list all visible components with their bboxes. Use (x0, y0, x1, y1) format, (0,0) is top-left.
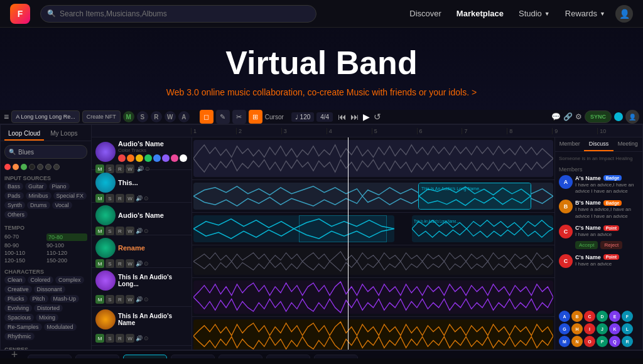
tag-evolving[interactable]: Evolving (4, 304, 32, 312)
track-M-button[interactable]: M (123, 111, 134, 122)
track-name-display[interactable]: A Long Long Long Re... (11, 110, 80, 123)
track1-S-btn[interactable]: S (105, 164, 114, 173)
track4-R-btn[interactable]: R (116, 259, 124, 268)
tempo-100-110[interactable]: 100-110 (4, 250, 45, 256)
track3-S-btn[interactable]: S (105, 227, 114, 235)
tag-complex[interactable]: Complex (55, 276, 84, 284)
track6-S-btn[interactable]: S (105, 334, 114, 343)
tag-gray1[interactable] (37, 164, 43, 170)
cd-pink[interactable] (171, 154, 178, 162)
sm-avatar-15[interactable]: O (584, 336, 595, 347)
rp-tab-meeting[interactable]: Meeting (613, 137, 642, 151)
track2-pan-icon[interactable]: ⊙ (144, 195, 149, 201)
settings-icon[interactable]: ⚙ (575, 112, 582, 121)
tag-dissonant[interactable]: Dissonant (34, 286, 65, 293)
cd-red[interactable] (118, 154, 126, 162)
nav-marketplace[interactable]: Marketplace (457, 9, 504, 18)
sm-avatar-11[interactable]: K (609, 323, 620, 335)
sm-avatar-10[interactable]: J (597, 323, 608, 335)
link-icon[interactable]: 🔗 (563, 112, 573, 121)
clip-tool-button[interactable]: ⊞ (249, 110, 262, 124)
track5-W-btn[interactable]: W (126, 295, 134, 304)
waveform-clip-5[interactable] (193, 281, 553, 314)
logo-icon[interactable]: F (10, 4, 30, 24)
nav-discover[interactable]: Discover (409, 9, 441, 18)
track5-vol-icon[interactable]: 🔊 (136, 296, 143, 302)
waveform-clip-2b[interactable]: This Is An Audio's Long Name... (418, 183, 531, 210)
tag-others[interactable]: Others (4, 211, 28, 218)
tag-distorted[interactable]: Distorted (34, 304, 63, 312)
tag-plucks[interactable]: Plucks (4, 295, 28, 302)
sync-button[interactable]: SYNC (585, 110, 612, 123)
sm-avatar-5[interactable]: E (609, 311, 620, 322)
search-input[interactable] (60, 9, 310, 18)
sm-avatar-13[interactable]: M (559, 336, 570, 347)
track-R-button[interactable]: R (151, 111, 162, 122)
tag-synth[interactable]: Synth (4, 201, 25, 209)
daw-user-avatar[interactable]: 👤 (625, 110, 639, 124)
tempo-70-80[interactable]: 70-80 (46, 233, 87, 241)
select-tool-button[interactable]: ◻ (200, 110, 213, 124)
tag-orange[interactable] (13, 164, 19, 170)
track5-M-btn[interactable]: M (95, 295, 104, 304)
tag-spacious[interactable]: Spacious (4, 314, 34, 321)
track6-R-btn[interactable]: R (116, 334, 124, 343)
nav-rewards[interactable]: Rewards ▼ (565, 9, 605, 18)
tag-bass[interactable]: Bass (4, 183, 23, 190)
nav-studio[interactable]: Studio ▼ (519, 9, 550, 18)
waveform-clip-6[interactable] (193, 319, 553, 350)
loop-button[interactable]: ↺ (374, 112, 381, 122)
cd-blue[interactable] (153, 154, 161, 162)
track5-S-btn[interactable]: S (105, 295, 114, 304)
tempo-120-150[interactable]: 120-150 (4, 257, 45, 264)
waveform-clip-1[interactable]: // Inline waveform drawing via polyline (193, 140, 553, 177)
tag-vocal[interactable]: Vocal (52, 201, 72, 209)
track3-W-btn[interactable]: W (126, 227, 134, 235)
menu-icon[interactable]: ≡ (4, 112, 9, 122)
rewind-button[interactable]: ⏮ (338, 112, 347, 122)
rp-tab-discuss[interactable]: Discuss (584, 137, 613, 151)
tempo-80-90[interactable]: 80-90 (4, 242, 45, 249)
track4-M-btn[interactable]: M (95, 259, 104, 268)
tempo-60-70[interactable]: 60-70 (4, 233, 45, 241)
sm-avatar-12[interactable]: L (622, 323, 633, 335)
sm-avatar-3[interactable]: C (584, 311, 595, 322)
track2-M-btn[interactable]: M (95, 194, 104, 203)
track2-vol-icon[interactable]: 🔊 (136, 195, 143, 201)
accept-button[interactable]: Accept (575, 241, 598, 249)
tag-mashup[interactable]: Mash-Up (50, 295, 80, 302)
track6-pan-icon[interactable]: ⊙ (144, 335, 149, 341)
track2-S-btn[interactable]: S (105, 194, 114, 203)
track4-S-btn[interactable]: S (105, 259, 114, 268)
tag-mixing[interactable]: Mixing (36, 314, 58, 321)
tempo-90-100[interactable]: 90-100 (46, 242, 87, 249)
play-button[interactable]: ▶ (363, 112, 370, 122)
sm-avatar-7[interactable]: G (559, 323, 570, 335)
sm-avatar-16[interactable]: P (597, 336, 608, 347)
track-S-button[interactable]: S (137, 111, 148, 122)
track3-M-btn[interactable]: M (95, 227, 104, 235)
track1-vol-icon[interactable]: 🔊 (137, 166, 144, 172)
sm-avatar-14[interactable]: N (571, 336, 583, 347)
track6-W-btn[interactable]: W (126, 334, 134, 343)
track4-vol-icon[interactable]: 🔊 (136, 260, 143, 267)
cd-yellow[interactable] (136, 154, 143, 162)
rp-tab-member[interactable]: Member (555, 137, 584, 151)
sm-avatar-9[interactable]: I (584, 323, 595, 335)
tag-piano[interactable]: Piano (49, 183, 70, 190)
my-loops-tab[interactable]: My Loops (46, 127, 81, 141)
sm-avatar-18[interactable]: R (622, 336, 633, 347)
tag-green[interactable] (21, 164, 27, 170)
tag-pads[interactable]: Pads (4, 192, 24, 200)
sm-avatar-6[interactable]: F (622, 311, 633, 322)
track1-M-btn[interactable]: M (95, 164, 104, 173)
track-W-button[interactable]: W (165, 111, 176, 122)
chat-icon[interactable]: 💬 (551, 112, 561, 121)
cd-purple[interactable] (162, 154, 170, 162)
tag-colored[interactable]: Colored (28, 276, 54, 284)
user-avatar[interactable]: 👤 (615, 5, 633, 23)
track3-R-btn[interactable]: R (116, 227, 124, 235)
pencil-tool-button[interactable]: ✎ (216, 110, 230, 124)
waveform-clip-3b[interactable]: This Is An Audio's Long Name... (412, 215, 553, 242)
tag-creative[interactable]: Creative (4, 286, 32, 293)
